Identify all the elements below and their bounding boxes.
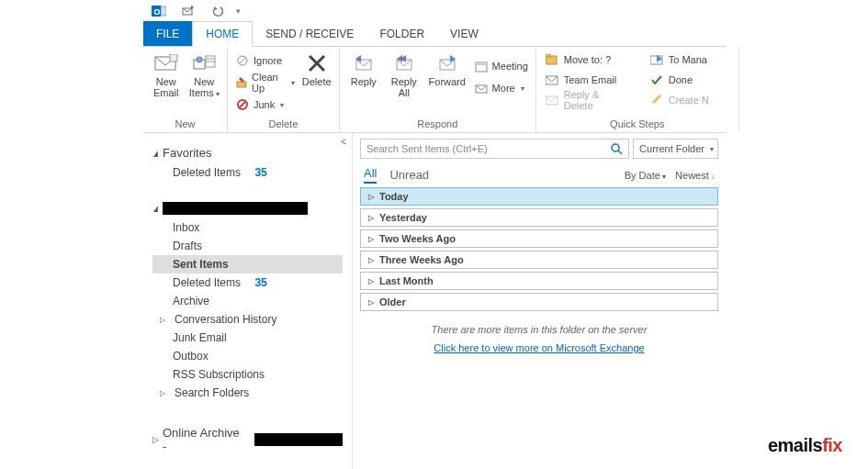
qs-done[interactable]: Done [650, 71, 733, 89]
collapse-nav-icon[interactable]: < [341, 137, 346, 147]
more-icon [474, 81, 489, 95]
reply-delete-icon [546, 94, 558, 106]
svg-line-12 [239, 57, 246, 64]
svg-rect-28 [650, 56, 662, 64]
more-items-message: There are more items in this folder on t… [360, 324, 718, 335]
new-items-icon [191, 52, 217, 74]
date-group-three-weeks[interactable]: ▷Three Weeks Ago [360, 251, 718, 269]
nav-fav-deleted-items[interactable]: Deleted Items 35 [152, 163, 343, 182]
nav-junk-email[interactable]: Junk Email [152, 329, 343, 347]
meeting-button[interactable]: Meeting [472, 56, 530, 76]
new-items-button[interactable]: New Items [187, 49, 222, 100]
reply-all-icon [391, 52, 417, 74]
nav-archive[interactable]: Archive [152, 292, 343, 310]
to-manager-icon [650, 53, 663, 66]
online-archive-header[interactable]: ▷Online Archive - [152, 422, 343, 457]
cleanup-button[interactable]: Clean Up [233, 73, 297, 93]
ignore-icon [235, 53, 250, 68]
group-label-delete: Delete [233, 117, 333, 132]
group-label-new: New [149, 117, 221, 132]
forward-label: Forward [429, 76, 466, 87]
tab-home[interactable]: HOME [192, 21, 253, 47]
date-group-today[interactable]: ▷Today [360, 187, 718, 206]
nav-search-folders[interactable]: ▷Search Folders [152, 384, 343, 402]
junk-icon [235, 97, 250, 112]
nav-deleted-items[interactable]: Deleted Items 35 [152, 274, 343, 292]
outlook-logo-icon: O [151, 3, 167, 19]
meeting-label: Meeting [492, 61, 528, 72]
svg-rect-13 [237, 82, 246, 87]
ribbon-tabs: FILE HOME SEND / RECEIVE FOLDER VIEW [143, 21, 726, 47]
account-header[interactable]: ◢ [152, 198, 343, 218]
qat-customize-icon[interactable]: ▾ [230, 3, 246, 19]
ribbon-group-respond: Reply Reply All Forward Meeting More [340, 47, 536, 132]
more-respond-button[interactable]: More [472, 78, 530, 98]
nav-conversation-history[interactable]: ▷Conversation History [152, 310, 343, 329]
date-group-yesterday[interactable]: ▷Yesterday [360, 208, 718, 227]
qs-reply-delete[interactable]: Reply & Delete [546, 91, 628, 109]
create-new-icon [650, 94, 663, 106]
svg-text:O: O [154, 7, 161, 17]
redacted-archive-name [254, 433, 343, 446]
body-area: < ◢Favorites Deleted Items 35 ◢ Inbox Dr… [143, 133, 726, 469]
nav-drafts[interactable]: Drafts [152, 237, 343, 255]
date-group-last-month[interactable]: ▷Last Month [360, 272, 718, 290]
tab-folder[interactable]: FOLDER [366, 21, 437, 46]
svg-line-15 [239, 101, 246, 108]
ribbon-group-new: New Email New Items New [143, 47, 228, 132]
new-email-button[interactable]: New Email [149, 49, 184, 98]
new-email-icon [153, 52, 179, 74]
reply-button[interactable]: Reply [345, 49, 382, 87]
group-label-quicksteps: Quick Steps [542, 117, 733, 132]
search-input[interactable]: Search Sent Items (Ctrl+E) [360, 139, 629, 159]
nav-rss-subscriptions[interactable]: RSS Subscriptions [152, 365, 343, 384]
tab-send-receive[interactable]: SEND / RECEIVE [253, 21, 366, 46]
folder-navigation-pane: < ◢Favorites Deleted Items 35 ◢ Inbox Dr… [143, 133, 353, 469]
qs-move-to[interactable]: Move to: ? [546, 50, 628, 69]
reply-icon [351, 52, 377, 74]
search-scope-dropdown[interactable]: Current Folder [633, 139, 718, 159]
done-icon [650, 73, 663, 86]
svg-point-7 [197, 57, 202, 62]
undo-icon[interactable] [209, 3, 226, 19]
nav-sent-items[interactable]: Sent Items [152, 255, 343, 274]
cleanup-icon [235, 75, 248, 90]
favorites-header[interactable]: ◢Favorites [152, 142, 343, 163]
redacted-account-name [163, 202, 308, 215]
ribbon-group-quicksteps: Move to: ? Team Email Reply & Delete To … [536, 47, 739, 132]
tab-file[interactable]: FILE [143, 21, 192, 46]
reply-all-label: Reply All [391, 76, 417, 98]
nav-inbox[interactable]: Inbox [152, 218, 343, 237]
folder-move-icon [546, 53, 558, 66]
sort-by-date[interactable]: By Date [625, 170, 666, 181]
new-email-label: New Email [153, 76, 179, 98]
reply-all-button[interactable]: Reply All [386, 49, 423, 98]
filter-unread[interactable]: Unread [389, 168, 429, 182]
reply-label: Reply [351, 76, 377, 87]
team-email-icon [546, 73, 558, 86]
meeting-icon [474, 59, 489, 73]
junk-label: Junk [254, 99, 275, 110]
ignore-button[interactable]: Ignore [233, 50, 297, 71]
view-more-link[interactable]: Click here to view more on Microsoft Exc… [434, 342, 644, 353]
delete-icon [304, 52, 330, 74]
send-receive-icon[interactable] [180, 3, 197, 19]
filter-all[interactable]: All [364, 166, 377, 184]
tab-view[interactable]: VIEW [437, 21, 491, 46]
qs-to-manager[interactable]: To Mana [650, 50, 733, 69]
date-group-older[interactable]: ▷Older [360, 293, 718, 311]
ribbon: New Email New Items New Ignore Clean Up [143, 47, 726, 133]
sort-newest[interactable]: Newest [675, 170, 715, 181]
nav-outbox[interactable]: Outbox [152, 347, 343, 365]
forward-button[interactable]: Forward [426, 49, 468, 87]
qs-team-email[interactable]: Team Email [546, 71, 628, 89]
qs-create-new[interactable]: Create N [650, 91, 733, 109]
delete-button[interactable]: Delete [300, 49, 333, 87]
search-icon[interactable] [610, 142, 623, 155]
delete-label: Delete [302, 76, 332, 87]
svg-rect-2 [161, 6, 166, 16]
date-group-two-weeks[interactable]: ▷Two Weeks Ago [360, 229, 718, 248]
junk-button[interactable]: Junk [233, 95, 297, 115]
search-placeholder: Search Sent Items (Ctrl+E) [366, 143, 488, 154]
new-items-label: New Items [189, 76, 220, 100]
